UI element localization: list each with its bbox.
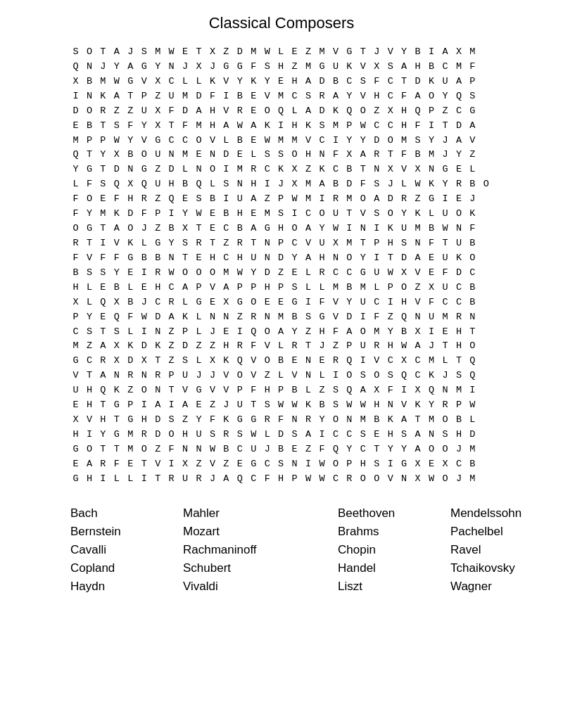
word-item: Handel: [338, 561, 450, 575]
word-item: Tchaikovsky: [450, 561, 563, 575]
word-item: Rachmaninoff: [183, 543, 338, 557]
word-item: Mozart: [183, 525, 338, 539]
word-item: Beethoven: [338, 506, 450, 521]
word-item: Haydn: [70, 580, 183, 594]
word-search-grid: S O T A J S M W E T X Z D M W L E Z M V …: [28, 45, 535, 487]
page-title: Classical Composers: [28, 14, 535, 32]
word-item: Pachelbel: [450, 525, 563, 539]
word-item: Schubert: [183, 561, 338, 575]
word-item: Mendelssohn: [450, 506, 563, 521]
word-item: Copland: [70, 561, 183, 575]
word-item: Cavalli: [70, 543, 183, 557]
word-item: Bach: [70, 506, 183, 521]
word-item: Vivaldi: [183, 580, 338, 594]
word-item: Liszt: [338, 580, 450, 594]
word-list: BachMahlerBeethovenMendelssohnBernsteinM…: [28, 506, 535, 594]
grid-content: S O T A J S M W E T X Z D M W L E Z M V …: [72, 45, 490, 487]
word-item: Ravel: [450, 543, 563, 557]
word-item: Chopin: [338, 543, 450, 557]
word-item: Mahler: [183, 506, 338, 521]
word-item: Bernstein: [70, 525, 183, 539]
word-item: Wagner: [450, 580, 563, 594]
word-item: Brahms: [338, 525, 450, 539]
